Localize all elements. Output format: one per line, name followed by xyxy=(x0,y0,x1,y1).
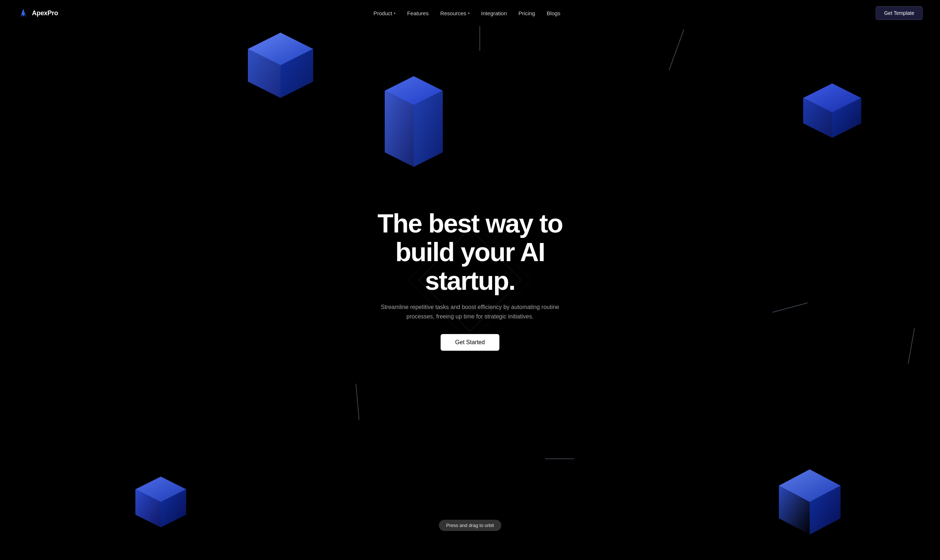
hero-subtitle: Streamline repetitive tasks and boost ef… xyxy=(379,303,561,321)
brand-name: ApexPro xyxy=(32,9,58,17)
svg-marker-21 xyxy=(810,486,841,535)
navbar: ApexPro Product ▾ Features Resources ▾ I… xyxy=(0,0,940,26)
decorative-rod xyxy=(908,328,915,364)
cube-right-top xyxy=(800,80,865,138)
svg-marker-17 xyxy=(136,477,186,502)
hero-content: The best way to build your AI startup. S… xyxy=(343,209,597,351)
brand-logo[interactable]: ApexPro xyxy=(17,7,58,19)
svg-marker-11 xyxy=(385,76,443,105)
orbit-hint: Press and drag to orbit xyxy=(439,520,501,531)
svg-marker-0 xyxy=(20,9,26,17)
svg-marker-12 xyxy=(414,91,443,167)
svg-marker-22 xyxy=(779,486,810,535)
svg-marker-14 xyxy=(803,83,861,112)
hero-section: The best way to build your AI startup. S… xyxy=(0,0,940,560)
svg-marker-13 xyxy=(385,91,414,167)
decorative-rod xyxy=(773,303,808,313)
svg-marker-20 xyxy=(779,469,841,502)
nav-item-blogs[interactable]: Blogs xyxy=(547,10,560,16)
svg-marker-16 xyxy=(803,98,832,138)
cube-top-left xyxy=(244,29,317,102)
nav-item-product[interactable]: Product ▾ xyxy=(373,10,396,16)
nav-item-integration[interactable]: Integration xyxy=(481,10,507,16)
logo-icon xyxy=(17,7,29,19)
nav-item-pricing[interactable]: Pricing xyxy=(519,10,535,16)
svg-marker-15 xyxy=(832,98,861,138)
chevron-down-icon: ▾ xyxy=(468,11,470,15)
get-template-button[interactable]: Get Template xyxy=(876,6,923,20)
nav-links: Product ▾ Features Resources ▾ Integrati… xyxy=(373,10,560,16)
cube-center xyxy=(381,72,447,174)
decorative-rod xyxy=(669,29,684,70)
svg-marker-10 xyxy=(248,49,280,98)
svg-marker-19 xyxy=(136,489,161,527)
chevron-down-icon: ▾ xyxy=(394,11,396,15)
nav-item-features[interactable]: Features xyxy=(407,10,428,16)
decorative-rod xyxy=(545,458,574,459)
decorative-rod xyxy=(356,384,360,420)
nav-item-resources[interactable]: Resources ▾ xyxy=(440,10,470,16)
hero-title: The best way to build your AI startup. xyxy=(352,209,588,295)
cube-bottom-right xyxy=(774,466,846,538)
svg-marker-18 xyxy=(161,489,186,527)
svg-marker-8 xyxy=(248,33,313,65)
svg-marker-9 xyxy=(280,49,313,98)
cube-bottom-left xyxy=(132,473,190,531)
get-started-button[interactable]: Get Started xyxy=(441,334,499,351)
